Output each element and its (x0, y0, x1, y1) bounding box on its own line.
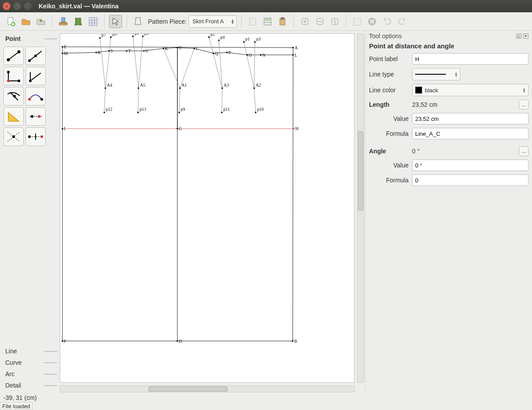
new-file-button[interactable] (4, 15, 18, 28)
svg-text:H: H (295, 126, 299, 131)
svg-point-126 (138, 112, 139, 113)
tool-intersection[interactable] (4, 127, 24, 146)
coordinate-display: -39, 31 (cm) (0, 393, 532, 402)
svg-text:I: I (64, 126, 65, 131)
svg-text:D: D (179, 338, 182, 344)
tool-options-panel: Tool options ◫ ✕ Point at distance and a… (365, 31, 532, 393)
undo-button[interactable] (380, 15, 394, 28)
svg-point-34 (28, 98, 31, 101)
stop-button[interactable] (366, 15, 379, 28)
tool-normal[interactable] (4, 67, 24, 85)
length-value-input[interactable] (412, 113, 528, 124)
svg-point-98 (99, 37, 101, 39)
point-label-input[interactable] (412, 53, 528, 65)
line-color-select[interactable]: black ▴▾ (412, 84, 528, 96)
panel-close-icon[interactable]: ✕ (523, 33, 528, 39)
svg-text:A2: A2 (256, 82, 261, 87)
svg-line-62 (209, 37, 222, 88)
sidebar-tab-detail[interactable]: Detail (3, 380, 54, 391)
sidebar-tab-arc[interactable]: Arc (3, 369, 54, 379)
zoom-in-button[interactable] (298, 15, 311, 28)
window-minimize-button[interactable]: – (13, 2, 21, 10)
open-file-button[interactable] (19, 15, 33, 28)
svg-point-43 (28, 135, 31, 138)
svg-text:p5: p5 (112, 34, 117, 36)
svg-point-23 (34, 54, 37, 57)
sidebar-tab-point[interactable]: Point (3, 33, 54, 44)
svg-point-82 (143, 50, 145, 52)
svg-text:K: K (165, 46, 168, 51)
tool-shoulder[interactable] (4, 87, 24, 105)
panel-detach-icon[interactable]: ◫ (516, 33, 521, 39)
tool-bisector[interactable] (25, 67, 46, 85)
pattern-piece-select[interactable]: Skirt Front A ▴▾ (188, 15, 237, 28)
angle-formula-input[interactable] (412, 174, 528, 186)
svg-text:p13: p13 (140, 107, 146, 112)
length-formula-label: Formula (369, 130, 409, 137)
svg-text:p4: p4 (221, 35, 225, 40)
canvas-area: EMALRSTUKCJQPONp7p5p8p6p2p4p1p3A4A5A1A3A… (57, 31, 365, 393)
svg-text:P: P (228, 50, 231, 55)
toolbar-separator (241, 15, 242, 28)
redo-button[interactable] (395, 15, 409, 28)
angle-value-input[interactable] (412, 160, 528, 171)
table-button[interactable] (261, 15, 274, 28)
svg-line-19 (8, 52, 19, 60)
sidebar-tab-line[interactable]: Line (3, 346, 54, 356)
tool-triangle[interactable] (4, 107, 24, 126)
svg-point-86 (177, 47, 178, 49)
titlebar: ✕ – ▢ Keiko_skirt.val — Valentina (0, 0, 532, 12)
svg-line-30 (30, 73, 41, 81)
svg-point-122 (253, 87, 255, 89)
svg-point-120 (221, 87, 223, 89)
layout-grid-button[interactable] (87, 15, 100, 28)
svg-rect-4 (89, 18, 97, 25)
pattern-button[interactable] (72, 15, 85, 28)
save-file-button[interactable] (34, 15, 47, 28)
zoom-fit-button[interactable]: 1 (328, 15, 341, 28)
clipboard-button[interactable] (276, 15, 289, 28)
tool-along-line[interactable] (25, 47, 46, 65)
toolbar-separator (52, 15, 52, 28)
svg-text:R: R (98, 50, 101, 55)
new-pattern-piece-button[interactable] (131, 15, 145, 28)
main-toolbar: Pattern Piece: Skirt Front A ▴▾ 1 (0, 12, 532, 31)
svg-point-31 (29, 80, 32, 82)
svg-line-58 (138, 88, 138, 112)
svg-point-22 (28, 59, 31, 62)
vertical-scroll-thumb[interactable] (358, 131, 363, 210)
angle-formula-button[interactable]: … (519, 146, 528, 156)
line-type-select[interactable]: ▴▾ (412, 68, 460, 80)
svg-point-132 (255, 112, 256, 113)
svg-text:p7: p7 (101, 34, 106, 37)
pattern-piece-value: Skirt Front A (192, 18, 224, 25)
tool-point-xy[interactable] (25, 107, 46, 126)
measurements-button[interactable] (57, 15, 70, 28)
svg-text:N: N (262, 52, 266, 58)
horizontal-scroll-thumb[interactable] (148, 386, 228, 392)
svg-point-27 (7, 71, 10, 73)
svg-point-110 (243, 41, 244, 43)
svg-text:T: T (128, 48, 131, 54)
sidebar-tab-curve[interactable]: Curve (3, 357, 54, 368)
length-formula-input[interactable] (412, 128, 528, 139)
zoom-out-button[interactable] (313, 15, 326, 28)
drawing-canvas[interactable]: EMALRSTUKCJQPONp7p5p8p6p2p4p1p3A4A5A1A3A… (60, 33, 355, 383)
length-formula-button[interactable]: … (519, 100, 528, 109)
svg-line-54 (105, 37, 111, 88)
svg-text:A: A (295, 45, 298, 51)
vertical-scrollbar[interactable] (357, 33, 364, 383)
zoom-best-button[interactable] (351, 15, 364, 28)
angle-value-label: Value (369, 162, 409, 169)
window-maximize-button[interactable]: ▢ (24, 2, 32, 10)
tool-cut[interactable] (25, 127, 46, 146)
tool-endpoint[interactable] (4, 47, 24, 65)
window-close-button[interactable]: ✕ (3, 2, 11, 10)
svg-text:G: G (179, 126, 182, 131)
pointer-tool-button[interactable] (109, 15, 122, 28)
svg-line-66 (254, 42, 255, 88)
tool-contact[interactable] (25, 87, 46, 105)
horizontal-scrollbar[interactable] (60, 385, 355, 392)
history-button[interactable] (246, 15, 259, 28)
svg-line-67 (254, 88, 256, 112)
